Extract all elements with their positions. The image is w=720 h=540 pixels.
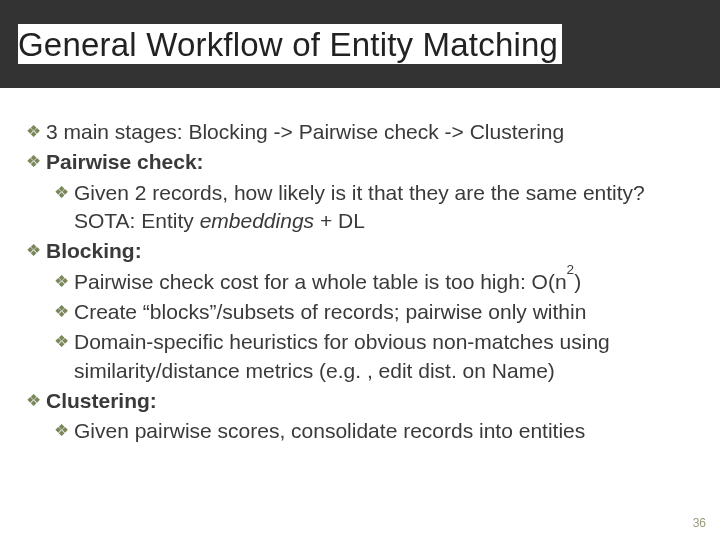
bullet-pairwise-sub1: ❖ Given 2 records, how likely is it that… <box>26 179 692 236</box>
superscript: 2 <box>567 262 575 277</box>
diamond-bullet-icon: ❖ <box>26 240 41 263</box>
slide-header: General Workflow of Entity Matching <box>0 0 720 88</box>
diamond-bullet-icon: ❖ <box>54 331 69 354</box>
diamond-bullet-icon: ❖ <box>26 151 41 174</box>
bullet-text: Blocking: <box>46 237 142 265</box>
diamond-bullet-icon: ❖ <box>54 301 69 324</box>
slide-title: General Workflow of Entity Matching <box>18 26 558 63</box>
bullet-text-part1: Pairwise check cost for a whole table is… <box>74 270 567 293</box>
bullet-pairwise: ❖ Pairwise check: <box>26 148 692 176</box>
bullet-text: Pairwise check: <box>46 148 204 176</box>
bullet-blocking: ❖ Blocking: <box>26 237 692 265</box>
bullet-clustering-sub1: ❖ Given pairwise scores, consolidate rec… <box>26 417 692 445</box>
bullet-blocking-sub1: ❖ Pairwise check cost for a whole table … <box>26 268 692 296</box>
title-wrap: General Workflow of Entity Matching <box>18 24 562 64</box>
bullet-blocking-sub2: ❖ Create “blocks”/subsets of records; pa… <box>26 298 692 326</box>
bullet-text: Create “blocks”/subsets of records; pair… <box>74 298 586 326</box>
bullet-blocking-sub3: ❖ Domain-specific heuristics for obvious… <box>26 328 692 385</box>
slide-body: ❖ 3 main stages: Blocking -> Pairwise ch… <box>0 88 720 446</box>
bullet-text: Pairwise check cost for a whole table is… <box>74 268 581 296</box>
bullet-text-part3: + DL <box>314 209 365 232</box>
bullet-text: 3 main stages: Blocking -> Pairwise chec… <box>46 118 564 146</box>
diamond-bullet-icon: ❖ <box>26 121 41 144</box>
bullet-stages: ❖ 3 main stages: Blocking -> Pairwise ch… <box>26 118 692 146</box>
diamond-bullet-icon: ❖ <box>54 182 69 205</box>
bullet-text-emph: embeddings <box>200 209 314 232</box>
bullet-text: Clustering: <box>46 387 157 415</box>
diamond-bullet-icon: ❖ <box>26 390 41 413</box>
diamond-bullet-icon: ❖ <box>54 271 69 294</box>
bullet-clustering: ❖ Clustering: <box>26 387 692 415</box>
diamond-bullet-icon: ❖ <box>54 420 69 443</box>
bullet-text: Domain-specific heuristics for obvious n… <box>74 328 692 385</box>
page-number: 36 <box>693 516 706 530</box>
bullet-text: Given pairwise scores, consolidate recor… <box>74 417 585 445</box>
bullet-text: Given 2 records, how likely is it that t… <box>74 179 692 236</box>
bullet-text-part2: ) <box>574 270 581 293</box>
